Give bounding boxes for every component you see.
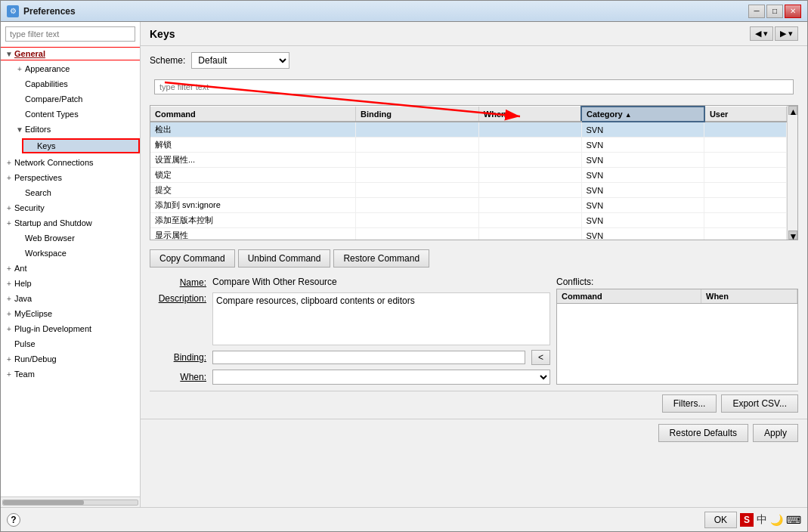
sidebar-label-capabilities: Capabilities xyxy=(25,79,68,88)
sidebar-label-myeclipse: MyEclipse xyxy=(14,309,52,318)
col-command[interactable]: Command xyxy=(150,107,355,122)
sidebar-horizontal-scroll[interactable] xyxy=(1,496,140,507)
maximize-button[interactable]: □ xyxy=(766,5,783,18)
bottom-buttons-bar-1: Filters... Export CSV... xyxy=(150,391,798,413)
col-category[interactable]: Category ▲ xyxy=(581,107,704,122)
tree-toggle-run[interactable]: + xyxy=(4,354,14,364)
tree-toggle-java[interactable]: + xyxy=(4,293,14,304)
keys-filter-input[interactable] xyxy=(154,79,794,94)
ok-button[interactable]: OK xyxy=(704,512,737,528)
tree-toggle-security[interactable]: + xyxy=(4,203,14,213)
minimize-button[interactable]: ─ xyxy=(748,5,765,18)
col-binding[interactable]: Binding xyxy=(355,107,478,122)
help-button[interactable]: ? xyxy=(7,513,20,527)
restore-defaults-button[interactable]: Restore Defaults xyxy=(658,424,748,442)
when-row: When: xyxy=(150,370,550,385)
table-row[interactable]: 设置属性... SVN xyxy=(150,153,787,168)
table-row[interactable]: 添加到 svn:ignore SVN xyxy=(150,198,787,213)
table-row[interactable]: 添加至版本控制 SVN xyxy=(150,213,787,228)
desc-value: Compare resources, clipboard contents or… xyxy=(212,292,550,345)
sidebar-item-web-browser[interactable]: Web Browser xyxy=(1,230,140,246)
close-button[interactable]: ✕ xyxy=(785,5,801,18)
sidebar-item-search[interactable]: Search xyxy=(1,185,140,200)
sidebar-item-perspectives[interactable]: + Perspectives xyxy=(1,170,140,185)
tree-toggle-help[interactable]: + xyxy=(4,278,14,289)
sidebar-item-appearance[interactable]: + Appearance xyxy=(1,61,140,76)
table-row[interactable]: 提交 SVN xyxy=(150,183,787,198)
when-cell xyxy=(478,168,581,183)
binding-cell xyxy=(355,138,478,153)
tree-toggle-content-types xyxy=(14,109,25,119)
binding-input[interactable] xyxy=(212,351,525,364)
keyboard-icon[interactable]: ⌨ xyxy=(786,514,801,526)
sidebar-item-capabilities[interactable]: Capabilities xyxy=(1,76,140,91)
sidebar-item-compare-patch[interactable]: Compare/Patch xyxy=(1,91,140,107)
scroll-up-btn[interactable]: ▲ xyxy=(788,106,797,115)
restore-command-button[interactable]: Restore Command xyxy=(333,249,429,268)
tree-toggle-team[interactable]: + xyxy=(4,369,14,379)
sidebar-item-startup[interactable]: + Startup and Shutdow xyxy=(1,215,140,230)
export-csv-button[interactable]: Export CSV... xyxy=(721,394,798,413)
scroll-thumb[interactable] xyxy=(3,500,84,505)
conflicts-col-command: Command xyxy=(557,289,701,304)
category-cell: SVN xyxy=(581,168,704,183)
sidebar-item-run-debug[interactable]: + Run/Debug xyxy=(1,351,140,367)
table-row[interactable]: 检出 SVN xyxy=(150,122,787,138)
moon-icon[interactable]: 🌙 xyxy=(770,514,783,526)
filters-button[interactable]: Filters... xyxy=(662,394,717,413)
unbind-command-button[interactable]: Unbind Command xyxy=(238,249,331,268)
sidebar-item-editors[interactable]: ▼ Editors xyxy=(1,122,140,137)
sidebar-label-ant: Ant xyxy=(14,264,27,273)
sidebar-item-workspace[interactable]: Workspace xyxy=(1,246,140,261)
chinese-icon[interactable]: 中 xyxy=(757,513,767,527)
sidebar-label-startup: Startup and Shutdow xyxy=(14,218,92,227)
tree-toggle-general[interactable]: ▼ xyxy=(4,48,14,59)
tree-toggle-plugin[interactable]: + xyxy=(4,323,14,334)
binding-cell xyxy=(355,183,478,198)
forward-button[interactable]: ▶ ▾ xyxy=(775,26,798,41)
tree-toggle-network[interactable]: + xyxy=(4,157,14,168)
tree-toggle-myeclipse[interactable]: + xyxy=(4,308,14,319)
binding-cell xyxy=(355,153,478,168)
sidebar-item-team[interactable]: + Team xyxy=(1,367,140,382)
tree-toggle-appearance[interactable]: + xyxy=(14,63,25,74)
sidebar: ▼ General + Appearance xyxy=(1,22,141,507)
tree-toggle-ant[interactable]: + xyxy=(4,263,14,274)
copy-command-button[interactable]: Copy Command xyxy=(150,249,235,268)
table-row[interactable]: 解锁 SVN xyxy=(150,138,787,153)
when-cell xyxy=(478,213,581,228)
sidebar-label-keys: Keys xyxy=(37,141,55,150)
sidebar-item-plugin[interactable]: + Plug-in Development xyxy=(1,321,140,336)
scroll-track[interactable] xyxy=(2,500,138,506)
table-row[interactable]: 显示属性 SVN xyxy=(150,228,787,240)
table-row[interactable]: 锁定 SVN xyxy=(150,168,787,183)
ime-icon[interactable]: S xyxy=(740,513,754,527)
col-when[interactable]: When xyxy=(478,107,581,122)
cmd-cell: 设置属性... xyxy=(150,153,355,168)
sidebar-item-security[interactable]: + Security xyxy=(1,200,140,215)
table-scroll[interactable]: 检出 SVN 解锁 SVN 设置属性... SVN 锁定 SVN 提交 xyxy=(150,122,787,240)
col-user[interactable]: User xyxy=(704,107,787,122)
tree-toggle-startup[interactable]: + xyxy=(4,218,14,228)
apply-button[interactable]: Apply xyxy=(753,424,798,442)
cmd-cell: 显示属性 xyxy=(150,228,355,240)
back-button[interactable]: ◀ ▾ xyxy=(750,26,773,41)
sidebar-filter-input[interactable] xyxy=(5,26,135,42)
tree-toggle-editors[interactable]: ▼ xyxy=(14,124,25,135)
sidebar-item-pulse[interactable]: Pulse xyxy=(1,336,140,351)
sidebar-item-content-types[interactable]: Content Types xyxy=(1,107,140,122)
binding-row: Binding: < xyxy=(150,350,550,365)
sidebar-item-help[interactable]: + Help xyxy=(1,276,140,291)
binding-arrow-button[interactable]: < xyxy=(531,350,550,365)
sidebar-item-general[interactable]: ▼ General xyxy=(1,46,140,61)
sidebar-item-myeclipse[interactable]: + MyEclipse xyxy=(1,306,140,321)
sidebar-item-keys[interactable]: Keys xyxy=(1,137,140,155)
panel-body: Scheme: Default xyxy=(141,46,807,507)
tree-toggle-perspectives[interactable]: + xyxy=(4,172,14,183)
scroll-down-btn[interactable]: ▼ xyxy=(788,230,797,240)
when-select[interactable] xyxy=(212,370,550,385)
scheme-select[interactable]: Default xyxy=(191,52,289,69)
sidebar-item-ant[interactable]: + Ant xyxy=(1,261,140,276)
sidebar-item-java[interactable]: + Java xyxy=(1,291,140,306)
sidebar-item-network-connections[interactable]: + Network Connections xyxy=(1,155,140,170)
